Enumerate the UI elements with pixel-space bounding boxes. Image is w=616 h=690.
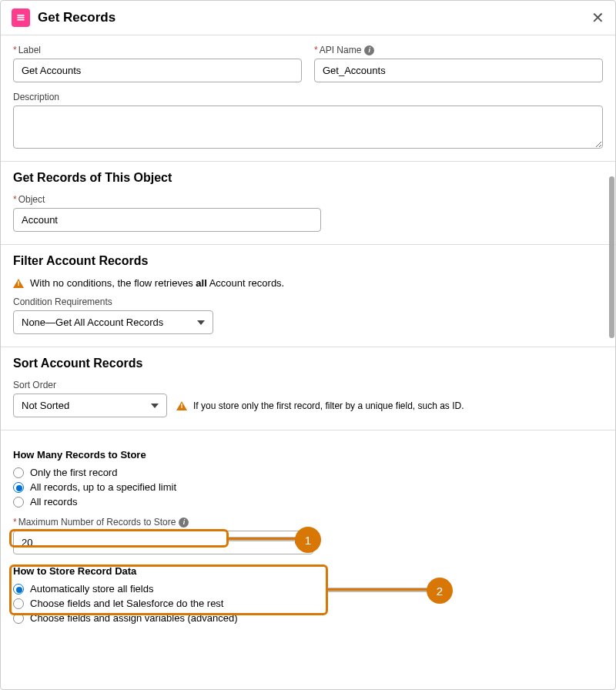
label-field-label: *Label — [13, 45, 302, 55]
chevron-down-icon — [151, 404, 159, 408]
object-section: Get Records of This Object *Object — [1, 162, 615, 245]
svg-rect-0 — [17, 15, 24, 16]
object-section-title: Get Records of This Object — [13, 171, 603, 185]
radio-label: Choose fields and assign variables (adva… — [30, 612, 238, 624]
object-label: *Object — [13, 194, 603, 205]
scrollbar[interactable] — [609, 38, 614, 688]
how-many-heading: How Many Records to Store — [13, 449, 603, 461]
info-icon[interactable]: i — [179, 518, 189, 528]
svg-rect-1 — [17, 17, 24, 18]
basic-section: *Label *API Name i Description — [1, 35, 615, 162]
radio-label: All records — [30, 496, 77, 507]
radio-choose-fields-sf[interactable]: Choose fields and let Salesforce do the … — [13, 596, 603, 611]
radio-all-records[interactable]: All records — [13, 494, 603, 509]
sort-section: Sort Account Records Sort Order Not Sort… — [1, 347, 615, 430]
object-input[interactable] — [13, 208, 321, 232]
description-label: Description — [13, 92, 603, 102]
sort-section-title: Sort Account Records — [13, 357, 603, 370]
dialog-title: Get Records — [38, 10, 591, 25]
dialog-header: Get Records ✕ — [1, 1, 615, 35]
max-records-label: *Maximum Number of Records to Store i — [13, 517, 603, 528]
filter-warning: With no conditions, the flow retrieves a… — [13, 277, 603, 289]
annotation-badge-2: 2 — [427, 578, 453, 604]
radio-auto-store[interactable]: Automatically store all fields — [13, 581, 603, 596]
condition-value: None—Get All Account Records — [22, 317, 163, 328]
radio-choose-advanced[interactable]: Choose fields and assign variables (adva… — [13, 611, 603, 625]
max-records-input[interactable] — [13, 531, 313, 554]
condition-label: Condition Requirements — [13, 296, 603, 307]
close-icon[interactable]: ✕ — [591, 10, 604, 25]
scrollbar-thumb[interactable] — [609, 176, 614, 338]
warning-icon — [13, 279, 24, 288]
filter-section: Filter Account Records With no condition… — [1, 245, 615, 347]
radio-icon — [13, 497, 24, 507]
radio-icon — [13, 584, 24, 595]
condition-select[interactable]: None—Get All Account Records — [13, 310, 213, 334]
label-input[interactable] — [13, 59, 302, 82]
info-icon[interactable]: i — [364, 45, 374, 55]
radio-icon — [13, 613, 24, 624]
radio-icon — [13, 598, 24, 609]
annotation-badge-1: 1 — [295, 527, 321, 553]
radio-label: Automatically store all fields — [30, 583, 153, 595]
sort-order-label: Sort Order — [13, 380, 603, 390]
radio-all-up-to-limit[interactable]: All records, up to a specified limit — [13, 480, 603, 494]
api-name-input[interactable] — [314, 59, 603, 82]
sort-warning: If you store only the first record, filt… — [176, 400, 464, 411]
get-records-icon — [12, 8, 30, 27]
svg-rect-2 — [17, 19, 24, 21]
radio-label: Only the first record — [30, 467, 117, 478]
radio-label: All records, up to a specified limit — [30, 481, 176, 493]
description-input[interactable] — [13, 106, 603, 149]
radio-only-first[interactable]: Only the first record — [13, 465, 603, 480]
radio-icon — [13, 482, 24, 493]
chevron-down-icon — [197, 320, 205, 325]
sort-order-value: Not Sorted — [22, 400, 69, 411]
radio-label: Choose fields and let Salesforce do the … — [30, 598, 223, 609]
sort-order-select[interactable]: Not Sorted — [13, 394, 167, 417]
warning-icon — [176, 401, 187, 410]
api-name-label: *API Name i — [314, 45, 603, 55]
radio-icon — [13, 467, 24, 478]
filter-section-title: Filter Account Records — [13, 254, 603, 268]
how-store-heading: How to Store Record Data — [13, 565, 603, 577]
